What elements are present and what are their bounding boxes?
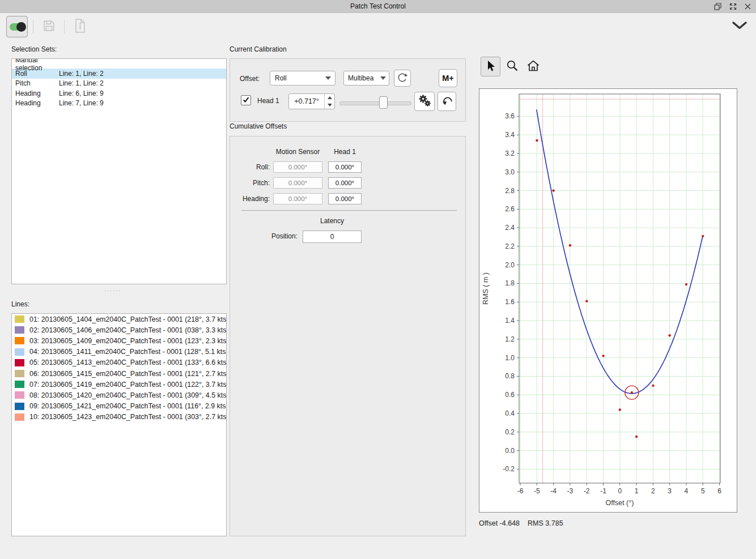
head1-field[interactable]: 0.000° [328,161,362,173]
motion-sensor-field[interactable]: 0.000° [273,193,322,204]
motion-sensor-column-label: Motion Sensor [265,148,330,156]
svg-text:3.4: 3.4 [505,131,515,139]
save-button[interactable] [39,16,59,37]
offset-type-dropdown[interactable]: Roll [270,71,335,86]
sonar-value: Multibea [344,74,379,82]
cumulative-offsets-title: Cumulative Offsets [230,122,287,130]
head1-field[interactable]: 0.000° [328,193,362,204]
motion-sensor-field[interactable]: 0.000° [273,177,322,189]
svg-text:3.0: 3.0 [505,168,515,176]
slider-track [339,101,411,105]
splitter-handle[interactable]: ······ [0,288,226,293]
line-color-swatch [15,326,24,334]
offset-readout: Offset -4.648 [479,519,520,527]
svg-text:4: 4 [685,487,689,495]
selection-set-name: Roll [15,70,59,78]
info-button[interactable] [70,16,90,37]
float-icon[interactable] [713,2,722,11]
lines-list[interactable]: 01: 20130605_1404_em2040C_PatchTest - 00… [11,313,227,536]
current-calibration-group: Offset: Roll Multibea M+ Head 1 +0.717° [230,58,466,122]
line-item[interactable]: 09: 20130605_1421_em2040C_PatchTest - 00… [12,401,226,412]
line-item[interactable]: 10: 20130605_1423_em2040C_PatchTest - 00… [12,412,226,423]
selection-set-row[interactable]: PitchLine: 1, Line: 2 [12,79,226,88]
cumulative-rows: Roll:0.000°0.000°Pitch:0.000°0.000°Headi… [230,161,465,209]
selection-set-lines: Line: 1, Line: 2 [59,79,104,87]
svg-text:2.6: 2.6 [505,205,515,213]
offset-slider[interactable] [339,96,411,109]
home-icon [526,59,540,74]
line-item[interactable]: 06: 20130605_1415_em2040C_PatchTest - 00… [12,368,226,379]
svg-text:RMS ( m ): RMS ( m ) [482,272,490,305]
head1-field[interactable]: 0.000° [328,177,362,189]
selection-set-lines: Line: 7, Line: 9 [59,99,104,107]
line-item[interactable]: 04: 20130605_1411_em2040C_PatchTest - 00… [12,347,226,357]
selection-sets-label: Selection Sets: [11,45,57,53]
close-icon[interactable] [744,3,751,10]
motion-sensor-field[interactable]: 0.000° [273,161,322,173]
line-item-label: 02: 20130605_1406_em2040C_PatchTest - 00… [29,326,227,334]
undo-button[interactable] [438,92,456,111]
svg-text:1.0: 1.0 [505,354,515,362]
svg-text:-2: -2 [584,487,590,495]
gears-icon [417,93,432,110]
spinner-down-button[interactable] [325,101,334,109]
m-plus-label: M+ [442,74,454,83]
svg-text:2: 2 [651,487,655,495]
svg-text:-3: -3 [567,487,574,495]
zoom-tool-button[interactable] [503,57,521,76]
svg-text:2.0: 2.0 [505,261,515,269]
pointer-tool-button[interactable] [481,57,500,76]
rms-chart[interactable]: -6-5-4-3-2-10123456-0.20.00.20.40.60.81.… [479,89,737,512]
save-icon [42,19,56,35]
latency-position-label: Position: [230,232,298,240]
head1-checkbox[interactable] [241,95,251,105]
collapse-panel-button[interactable] [731,20,748,32]
rms-chart-panel[interactable]: -6-5-4-3-2-10123456-0.20.00.20.40.60.81.… [479,88,737,513]
line-item-label: 05: 20130605_1413_em2040C_PatchTest - 00… [29,359,227,366]
chevron-down-icon [325,76,331,80]
maximize-icon[interactable] [729,2,737,11]
line-item[interactable]: 08: 20130605_1420_em2040C_PatchTest - 00… [12,390,226,400]
head1-column-label: Head 1 [328,148,362,156]
slider-handle[interactable] [379,96,388,109]
settings-button[interactable] [414,92,435,111]
toolbar-separator [33,20,33,33]
line-item[interactable]: 07: 20130605_1419_em2040C_PatchTest - 00… [12,379,226,390]
svg-text:6: 6 [717,487,721,495]
home-tool-button[interactable] [524,57,542,76]
offset-spinner-value: +0.717° [289,94,324,109]
line-color-swatch [15,381,24,388]
check-icon [242,96,250,105]
selection-set-row[interactable]: HeadingLine: 6, Line: 9 [12,88,226,98]
selection-set-name: Heading [15,99,59,107]
undo-icon [441,95,453,109]
refresh-button[interactable] [394,70,411,87]
svg-text:0.4: 0.4 [505,409,515,417]
current-calibration-title: Current Calibration [230,45,287,53]
selection-set-lines: Line: 6, Line: 9 [59,89,104,97]
line-item[interactable]: 02: 20130605_1406_em2040C_PatchTest - 00… [12,325,226,335]
selection-set-row[interactable]: HeadingLine: 7, Line: 9 [12,98,226,108]
svg-text:-1: -1 [600,487,606,495]
cumulative-row-label: Pitch: [230,179,270,187]
line-color-swatch [15,403,24,410]
svg-text:3: 3 [668,487,672,495]
toggle-control-button[interactable] [6,16,28,37]
line-item[interactable]: 01: 20130605_1404_em2040C_PatchTest - 00… [12,314,226,325]
offset-type-value: Roll [270,74,325,82]
latency-position-field[interactable]: 0 [303,231,362,243]
selection-set-row[interactable]: RollLine: 1, Line: 2 [12,69,226,78]
chart-toolbar [481,57,542,76]
cumulative-offset-row: Heading:0.000°0.000° [230,193,465,204]
selection-sets-list[interactable]: Manual selectionRollLine: 1, Line: 2Pitc… [11,58,227,284]
memory-add-button[interactable]: M+ [439,69,457,87]
line-color-swatch [15,337,24,344]
sonar-dropdown[interactable]: Multibea [343,71,389,86]
offset-value-spinner[interactable]: +0.717° [288,93,335,109]
svg-text:2.4: 2.4 [505,224,515,232]
line-item[interactable]: 05: 20130605_1413_em2040C_PatchTest - 00… [12,357,226,368]
spinner-up-button[interactable] [325,94,334,101]
line-item[interactable]: 03: 20130605_1409_em2040C_PatchTest - 00… [12,335,226,346]
selection-set-row[interactable]: Manual selection [12,59,226,69]
latency-title: Latency [230,217,434,225]
